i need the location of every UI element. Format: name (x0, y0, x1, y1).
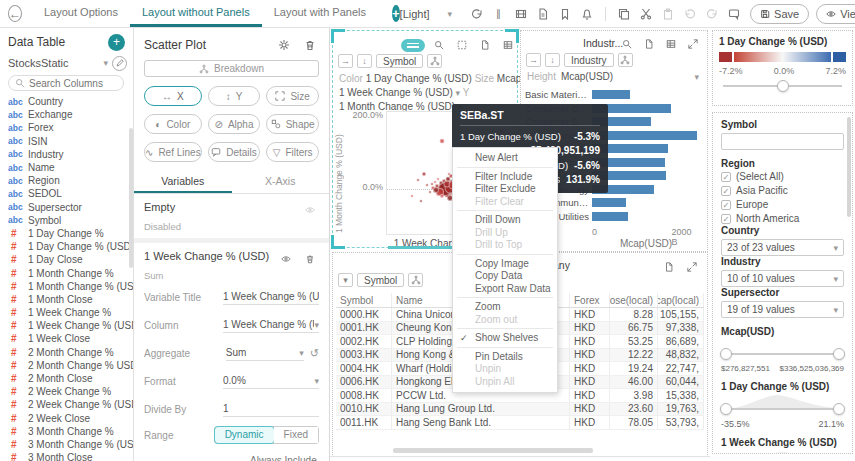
shape-shelf-button[interactable]: Shape (266, 114, 319, 134)
column-list-item[interactable]: # 3 Month Close (8, 451, 133, 461)
scatter-point[interactable] (440, 194, 444, 198)
data-source-select[interactable]: StocksStatic ▾ (8, 54, 133, 72)
column-list-item[interactable]: abc Symbol (8, 214, 133, 227)
column-list-item[interactable]: abc Industry (8, 148, 133, 161)
search-icon[interactable] (618, 35, 636, 53)
context-menu-item[interactable]: Filter Include (453, 171, 557, 184)
scatter-point[interactable] (422, 172, 426, 176)
back-button[interactable]: ← (8, 5, 22, 22)
midpoint-slider-handle[interactable] (777, 80, 789, 92)
context-menu-item[interactable]: Filter Exclude (453, 183, 557, 196)
film-icon[interactable] (512, 5, 530, 23)
refresh-icon[interactable] (468, 5, 486, 23)
bookmark-icon[interactable] (556, 5, 574, 23)
aggregate-select[interactable]: Sum▾ (226, 345, 304, 361)
settings-tab[interactable]: X-Axis (232, 170, 330, 193)
context-menu-item[interactable]: Drill Down (453, 214, 557, 227)
context-menu-item[interactable]: Copy Data (453, 270, 557, 283)
theme-select[interactable]: [Light] ▾ (400, 0, 453, 27)
range-min-handle[interactable] (720, 348, 732, 360)
search-icon[interactable] (430, 36, 448, 54)
column-list-scrollbar[interactable] (129, 128, 133, 268)
filter-select[interactable]: 10 of 10 values▾ (721, 270, 844, 287)
network-icon[interactable] (408, 273, 423, 287)
menu-toggle-button[interactable] (401, 39, 425, 52)
bell-icon[interactable] (578, 5, 596, 23)
column-list-item[interactable]: # 3 Month Change % (8, 425, 133, 438)
reset-icon[interactable]: ↺ (310, 347, 319, 360)
column-list-item[interactable]: # 2 Month Change % (8, 346, 133, 359)
variable-section-empty[interactable]: Empty Disabled (134, 194, 329, 238)
layout-tab[interactable]: Layout with Panels (262, 0, 378, 27)
network-icon[interactable] (427, 54, 442, 68)
x-shelf-button[interactable]: ↔X (144, 86, 202, 106)
save-button[interactable]: Save (750, 4, 809, 24)
rubber-band-select-icon[interactable] (453, 36, 471, 54)
context-menu-item[interactable]: Copy Image (453, 258, 557, 271)
column-list-item[interactable]: abc SEDOL (8, 187, 133, 200)
view-button[interactable]: View (816, 4, 855, 24)
column-list-item[interactable]: # 1 Week Close (8, 332, 133, 345)
scatter-point[interactable] (433, 181, 436, 184)
scatter-point[interactable] (430, 182, 433, 185)
scatter-point[interactable] (440, 139, 445, 144)
scatter-point[interactable] (447, 173, 450, 176)
column-search-input[interactable] (29, 78, 109, 89)
trash-icon[interactable] (301, 250, 319, 268)
column-list-item[interactable]: abc Forex (8, 121, 133, 134)
table-row[interactable]: 0011.HK Hang Seng Bank Ltd. HKD 78.05 53… (336, 416, 704, 430)
alpha-shelf-button[interactable]: ⊘Alpha (208, 114, 261, 134)
comment-icon[interactable] (725, 5, 743, 23)
context-menu-item[interactable]: ✓ Show Shelves (453, 332, 557, 345)
maximize-icon[interactable] (683, 258, 701, 276)
range-fixed-option[interactable]: Fixed (274, 427, 318, 443)
column-list-item[interactable]: # 2 Week Close (8, 412, 133, 425)
range-min-handle[interactable] (720, 403, 732, 415)
breakdown-button[interactable]: Breakdown (144, 60, 319, 77)
symbol-filter-input[interactable] (721, 133, 844, 150)
column-search[interactable] (8, 75, 124, 91)
column-list-item[interactable]: abc Country (8, 95, 133, 108)
export-excel-icon[interactable] (640, 35, 658, 53)
column-list-item[interactable]: # 2 Month Close (8, 372, 133, 385)
column-list-item[interactable]: # 1 Day Change % (8, 227, 133, 240)
eye-icon[interactable] (301, 201, 319, 219)
scatter-point[interactable] (436, 178, 439, 181)
export-excel-icon[interactable] (476, 36, 494, 54)
sort-row-button[interactable]: → (338, 54, 353, 68)
column-list-item[interactable]: # 1 Month Change % (USD) (8, 280, 133, 293)
settings-tab[interactable]: Variables (134, 170, 232, 193)
layout-tab[interactable]: Layout without Panels (130, 0, 262, 27)
column-list-item[interactable]: abc Exchange (8, 108, 133, 121)
column-list-item[interactable]: # 1 Week Change % (USD) (8, 319, 133, 332)
layout-tab[interactable]: Layout Options (32, 0, 130, 27)
context-menu-item[interactable]: Pin Details (453, 351, 557, 364)
checkbox-row[interactable]: ✓ (Select All) (721, 170, 844, 183)
bar[interactable] (592, 90, 630, 99)
color-shelf-button[interactable]: ◐Color (144, 114, 202, 134)
height-mapping-value[interactable]: Mcap(USD) (561, 71, 613, 82)
bar[interactable] (592, 198, 626, 207)
pause-icon[interactable]: ∥ (490, 5, 508, 23)
trash-icon[interactable] (301, 36, 319, 54)
column-list-item[interactable]: # 1 Day Change % (USD) (8, 240, 133, 253)
breakdown-chip[interactable]: Symbol (357, 273, 404, 287)
show-table-icon[interactable] (662, 35, 680, 53)
maximize-icon[interactable] (684, 35, 702, 53)
scatter-point[interactable] (433, 187, 439, 193)
range-max-handle[interactable] (833, 403, 845, 415)
filter-scrollbar[interactable] (847, 117, 851, 217)
positive-color-swatch[interactable] (833, 52, 846, 62)
scatter-point[interactable] (420, 200, 423, 203)
size-shelf-button[interactable]: Size (266, 86, 319, 106)
sort-row-button[interactable]: → (526, 53, 541, 67)
context-menu-item[interactable]: Zoom (453, 301, 557, 314)
scatter-point[interactable] (426, 184, 429, 187)
sort-column-button[interactable]: ↓ (357, 54, 372, 68)
column-select[interactable]: 1 Week Change % (USD)▾ (223, 317, 319, 333)
column-list-item[interactable]: # 1 Month Close (8, 293, 133, 306)
format-select[interactable]: 0.0%▾ (223, 373, 319, 389)
scatter-point[interactable] (410, 194, 413, 197)
network-icon[interactable] (618, 53, 633, 67)
ref-lines-button[interactable]: ∿Ref Lines (144, 142, 202, 162)
